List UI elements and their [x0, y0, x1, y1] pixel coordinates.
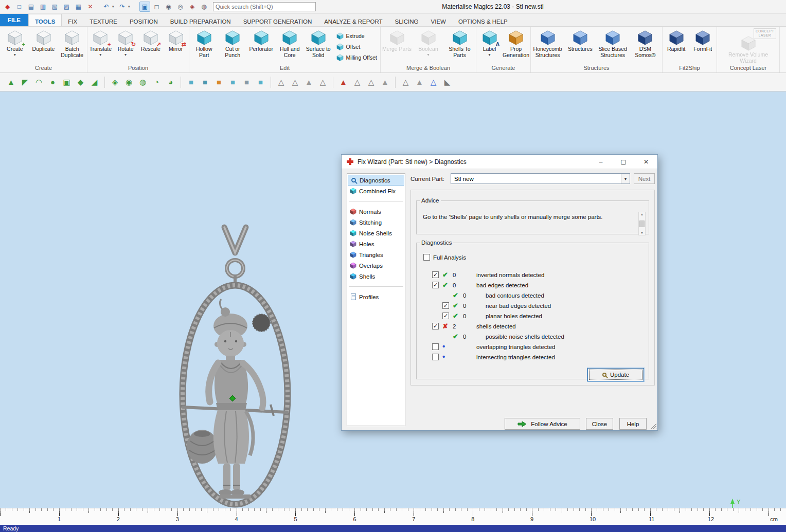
triangle-split-icon[interactable]: △: [316, 76, 330, 89]
remove-volume-wizard-button[interactable]: Remove Volume Wizard: [723, 34, 774, 64]
shells-to-parts-button[interactable]: Shells To Parts: [444, 28, 475, 64]
new-scene-icon[interactable]: □: [14, 2, 25, 12]
translate-button[interactable]: + Translate ▾: [88, 28, 113, 64]
search-input[interactable]: [216, 4, 313, 10]
diagnostic-checkbox[interactable]: [432, 343, 439, 350]
hollow-part-button[interactable]: Hollow Part: [190, 28, 218, 64]
hull-and-core-button[interactable]: Hull and Core: [276, 28, 304, 64]
scroll-up-icon[interactable]: ▲: [640, 213, 644, 216]
tab-options-help[interactable]: OPTIONS & HELP: [452, 14, 514, 26]
triangle-create-icon[interactable]: △: [274, 76, 288, 89]
dsm-somos-tetrashell-button[interactable]: DSM Somos® TetraShell™: [630, 28, 661, 64]
current-part-select[interactable]: Stl new ▾: [451, 173, 630, 184]
undo-dropdown-icon[interactable]: ▾: [112, 5, 116, 9]
select-clover-icon[interactable]: ◆: [74, 76, 87, 89]
help-button[interactable]: Help: [619, 418, 647, 430]
tab-slicing[interactable]: SLICING: [389, 14, 425, 26]
triangle-stitch-icon[interactable]: △: [364, 76, 378, 89]
mark-all-icon[interactable]: ◕: [164, 76, 177, 89]
triangle-trim-icon[interactable]: ▲: [378, 76, 392, 89]
boolean-button[interactable]: Boolean ▾: [413, 28, 443, 64]
sidebar-item-stitching[interactable]: Stitching: [348, 217, 404, 228]
cut-or-punch-button[interactable]: Cut or Punch: [219, 28, 247, 64]
mark-plane-icon[interactable]: ◈: [108, 76, 122, 89]
mark-surface-icon[interactable]: ◍: [136, 76, 150, 89]
unzoom-view-icon[interactable]: ◈: [187, 2, 198, 12]
resize-grip[interactable]: [650, 423, 656, 429]
search-settings-icon[interactable]: ◍: [199, 2, 209, 12]
tab-view[interactable]: VIEW: [425, 14, 452, 26]
rescale-button[interactable]: ↗ Rescale: [139, 28, 163, 64]
tab-analyze-report[interactable]: ANALYZE & REPORT: [318, 14, 388, 26]
magics-app-icon[interactable]: ◆: [2, 2, 13, 12]
diagnostic-checkbox[interactable]: [432, 354, 439, 360]
mark-shell-icon[interactable]: ◉: [122, 76, 136, 89]
sidebar-item-profiles[interactable]: Profiles: [348, 291, 404, 302]
maximize-button[interactable]: ▢: [612, 155, 635, 169]
checkbox-icon[interactable]: [423, 254, 430, 261]
triangle-section-icon[interactable]: ▲: [413, 76, 426, 89]
create-button[interactable]: + Create ▾: [1, 28, 29, 64]
cube-texture-icon[interactable]: ■: [212, 76, 226, 89]
follow-advice-button[interactable]: Follow Advice: [505, 418, 580, 430]
extrude-button[interactable]: Extrude: [336, 32, 378, 40]
triangle-offset-icon[interactable]: ◣: [440, 76, 454, 89]
zoom-window-icon[interactable]: ◎: [175, 2, 186, 12]
milling-offset-button[interactable]: Milling Offset: [336, 54, 378, 61]
formfit-button[interactable]: FormFit: [690, 28, 716, 64]
mirror-button[interactable]: ⇄ Mirror: [164, 28, 188, 64]
dialog-titlebar[interactable]: Fix Wizard (Part: Stl new) > Diagnostics…: [342, 155, 657, 169]
advice-scrollbar[interactable]: ▲ ▼: [638, 212, 646, 235]
sidebar-item-diagnostics[interactable]: Diagnostics: [348, 175, 404, 186]
import-part-icon[interactable]: ▧: [49, 2, 60, 12]
save-project-icon[interactable]: ▥: [38, 2, 48, 12]
rapidfit-button[interactable]: Rapidfit: [664, 28, 689, 64]
select-brush-icon[interactable]: ●: [46, 76, 60, 89]
surface-to-solid-button[interactable]: Surface to Solid: [305, 28, 332, 64]
rotate-view-icon[interactable]: ▣: [139, 2, 150, 12]
close-part-icon[interactable]: ✕: [85, 2, 96, 12]
diagnostic-checkbox[interactable]: ✓: [442, 313, 449, 319]
select-lasso-icon[interactable]: ◢: [87, 76, 101, 89]
structures-button[interactable]: Structures: [564, 28, 596, 64]
select-triangles-icon[interactable]: ▲: [4, 76, 18, 89]
sidebar-item-combined-fix[interactable]: Combined Fix: [348, 186, 404, 196]
honeycomb-structures-button[interactable]: Honeycomb Structures: [532, 28, 563, 64]
batch-duplicate-button[interactable]: Batch Duplicate: [58, 28, 86, 64]
rotate-button[interactable]: ↻ Rotate ▾: [114, 28, 138, 64]
pan-view-icon[interactable]: ◻: [151, 2, 162, 12]
load-project-icon[interactable]: ▤: [26, 2, 37, 12]
diagnostic-checkbox[interactable]: ✓: [432, 282, 439, 288]
sidebar-item-overlaps[interactable]: Overlaps: [348, 260, 404, 271]
tab-position[interactable]: POSITION: [123, 14, 164, 26]
cube-unmark-icon[interactable]: ■: [198, 76, 212, 89]
fix-marked-icon[interactable]: ▲: [336, 76, 350, 89]
cube-view-icon[interactable]: ■: [226, 76, 240, 89]
export-part-icon[interactable]: ▨: [61, 2, 72, 12]
diagnostic-checkbox[interactable]: ✓: [432, 323, 439, 329]
save-part-icon[interactable]: ▦: [73, 2, 84, 12]
prop-generation-button[interactable]: Prop Generation: [503, 28, 529, 64]
redo-button[interactable]: ↷: [117, 2, 128, 12]
tab-texture[interactable]: TEXTURE: [83, 14, 123, 26]
tab-file[interactable]: FILE: [0, 14, 28, 26]
select-curve-icon[interactable]: ◠: [32, 76, 46, 89]
offset-button[interactable]: Offset: [336, 43, 378, 50]
select-window-icon[interactable]: ▣: [60, 76, 74, 89]
sidebar-item-noise-shells[interactable]: Noise Shells: [348, 228, 404, 239]
update-button[interactable]: Update: [587, 368, 644, 381]
diagnostic-checkbox[interactable]: ✓: [442, 302, 449, 309]
scroll-down-icon[interactable]: ▼: [640, 231, 644, 234]
close-icon[interactable]: ✕: [635, 155, 657, 169]
sidebar-item-triangles[interactable]: Triangles: [348, 249, 404, 260]
mark-connected-icon[interactable]: ◔: [150, 76, 164, 89]
triangle-hole-icon[interactable]: △: [350, 76, 364, 89]
sidebar-item-shells[interactable]: Shells: [348, 271, 404, 282]
diagnostic-checkbox[interactable]: ✓: [432, 271, 439, 278]
redo-dropdown-icon[interactable]: ▾: [128, 5, 132, 9]
triangle-measure-icon[interactable]: △: [399, 76, 413, 89]
tab-tools[interactable]: TOOLS: [28, 14, 62, 26]
label-button[interactable]: A Label ▾: [477, 28, 502, 64]
tab-support-generation[interactable]: SUPPORT GENERATION: [237, 14, 318, 26]
cube-scene-icon[interactable]: ■: [240, 76, 254, 89]
